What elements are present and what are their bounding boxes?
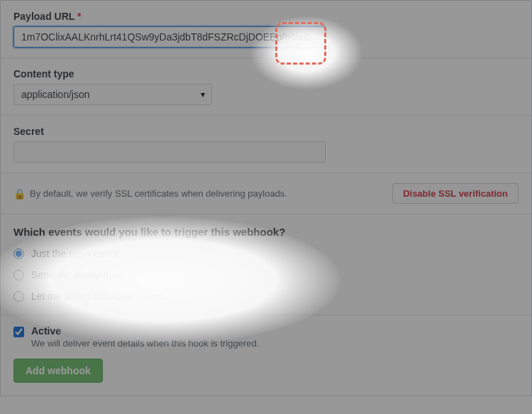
label-text: Payload URL <box>13 11 74 22</box>
t: Send me <box>31 269 74 280</box>
t: . <box>124 269 127 280</box>
radio-individual[interactable]: Let me select individual events. <box>13 290 519 302</box>
lock-icon: 🔒 <box>13 188 26 200</box>
required-asterisk: * <box>77 11 81 22</box>
radio-individual-input[interactable] <box>13 291 24 302</box>
events-heading: Which events would you like to trigger t… <box>13 226 519 238</box>
content-type-select[interactable]: application/json <box>13 84 212 105</box>
radio-push-event[interactable]: Just the push event. <box>13 248 519 259</box>
radio-everything-label: Send me everything. <box>31 269 127 280</box>
active-label: Active <box>31 325 259 337</box>
secret-section: Secret <box>1 116 531 173</box>
disable-ssl-button[interactable]: Disable SSL verification <box>392 183 519 204</box>
events-section: Which events would you like to trigger t… <box>1 214 531 315</box>
secret-input[interactable] <box>13 141 326 163</box>
payload-url-label: Payload URL * <box>13 11 519 22</box>
radio-everything-input[interactable] <box>13 270 24 280</box>
ssl-info-text: By default, we verify SSL certificates w… <box>30 188 287 199</box>
content-type-label: Content type <box>13 68 519 80</box>
t: Just the <box>31 248 69 259</box>
active-row: Active We will deliver event details whe… <box>13 325 519 349</box>
active-checkbox[interactable] <box>13 327 24 337</box>
active-text: Active We will deliver event details whe… <box>31 325 259 349</box>
radio-everything[interactable]: Send me everything. <box>13 269 519 280</box>
webhook-form: Payload URL * Content type application/j… <box>0 0 532 396</box>
ssl-info: 🔒 By default, we verify SSL certificates… <box>13 188 287 200</box>
radio-push-label: Just the push event. <box>31 248 121 259</box>
radio-push-input[interactable] <box>13 249 24 259</box>
ssl-section: 🔒 By default, we verify SSL certificates… <box>1 173 531 214</box>
secret-label: Secret <box>13 126 519 137</box>
active-description: We will deliver event details when this … <box>31 338 259 349</box>
payload-url-section: Payload URL * <box>1 1 531 58</box>
active-section: Active We will deliver event details whe… <box>1 315 531 396</box>
payload-url-input[interactable] <box>13 26 326 48</box>
content-type-select-wrap: application/json ▾ <box>13 84 212 105</box>
everything-bold: everything <box>74 269 124 280</box>
add-webhook-button[interactable]: Add webhook <box>13 359 103 383</box>
content-type-section: Content type application/json ▾ <box>1 58 531 116</box>
radio-individual-label: Let me select individual events. <box>31 290 170 302</box>
t: event. <box>91 248 121 259</box>
push-code: push <box>69 249 91 259</box>
